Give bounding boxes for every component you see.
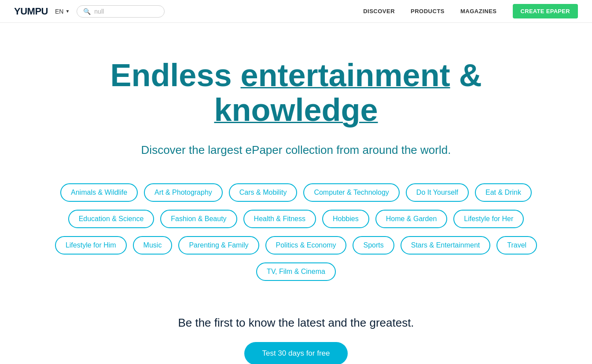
main-nav: DISCOVER PRODUCTS MAGAZINES CREATE EPAPE… <box>363 4 578 18</box>
category-tag[interactable]: Politics & Economy <box>265 236 347 255</box>
categories-wrapper: Animals & WildlifeArt & PhotographyCars … <box>26 183 566 281</box>
search-container: 🔍 <box>77 5 165 18</box>
trial-button[interactable]: Test 30 days for free <box>244 342 347 364</box>
category-tag[interactable]: Eat & Drink <box>475 183 532 202</box>
category-tag[interactable]: Health & Fitness <box>243 210 316 228</box>
hero-title-prefix: Endless <box>110 58 232 93</box>
category-tag[interactable]: Parenting & Family <box>178 236 259 255</box>
category-tag[interactable]: Home & Garden <box>375 210 448 228</box>
search-icon: 🔍 <box>83 8 91 15</box>
create-epaper-button[interactable]: CREATE EPAPER <box>513 4 578 18</box>
category-row-2: Education & ScienceFashion & BeautyHealt… <box>68 210 524 228</box>
category-tag[interactable]: Travel <box>496 236 537 255</box>
category-tag[interactable]: Lifestyle for Him <box>55 236 127 255</box>
category-tag[interactable]: Hobbies <box>322 210 369 228</box>
hero-title-knowledge: knowledge <box>214 92 378 127</box>
category-tag[interactable]: TV, Film & Cinema <box>256 262 336 281</box>
header: YUMPU EN ▼ 🔍 DISCOVER PRODUCTS MAGAZINES… <box>0 0 592 23</box>
main-content: Endless entertainment & knowledge Discov… <box>0 23 592 364</box>
category-tag[interactable]: Education & Science <box>68 210 154 228</box>
bottom-text: Be the first to know the latest and the … <box>178 316 414 330</box>
hero-title-entertainment: entertainment <box>241 58 450 93</box>
nav-products[interactable]: PRODUCTS <box>411 8 445 15</box>
lang-label: EN <box>55 8 63 15</box>
category-row-3: Lifestyle for HimMusicParenting & Family… <box>55 236 537 255</box>
category-row-1: Animals & WildlifeArt & PhotographyCars … <box>60 183 532 202</box>
nav-discover[interactable]: DISCOVER <box>363 8 395 15</box>
category-tag[interactable]: Do It Yourself <box>406 183 469 202</box>
category-tag[interactable]: Animals & Wildlife <box>60 183 138 202</box>
logo: YUMPU <box>14 6 48 17</box>
category-tag[interactable]: Music <box>133 236 173 255</box>
hero-title: Endless entertainment & knowledge <box>26 58 566 127</box>
hero-subtitle: Discover the largest ePaper collection f… <box>141 143 451 157</box>
hero-title-connector: & <box>459 58 482 93</box>
category-tag[interactable]: Cars & Mobility <box>229 183 298 202</box>
nav-magazines[interactable]: MAGAZINES <box>460 8 497 15</box>
category-tag[interactable]: Stars & Entertainment <box>401 236 491 255</box>
lang-selector[interactable]: EN ▼ <box>55 8 70 15</box>
category-row-4: TV, Film & Cinema <box>256 262 336 281</box>
category-tag[interactable]: Art & Photography <box>144 183 223 202</box>
chevron-down-icon: ▼ <box>65 9 70 14</box>
category-tag[interactable]: Computer & Technology <box>303 183 399 202</box>
category-tag[interactable]: Fashion & Beauty <box>160 210 237 228</box>
search-input[interactable] <box>94 8 158 15</box>
category-tag[interactable]: Lifestyle for Her <box>453 210 524 228</box>
bottom-section: Be the first to know the latest and the … <box>178 316 414 364</box>
category-tag[interactable]: Sports <box>353 236 394 255</box>
